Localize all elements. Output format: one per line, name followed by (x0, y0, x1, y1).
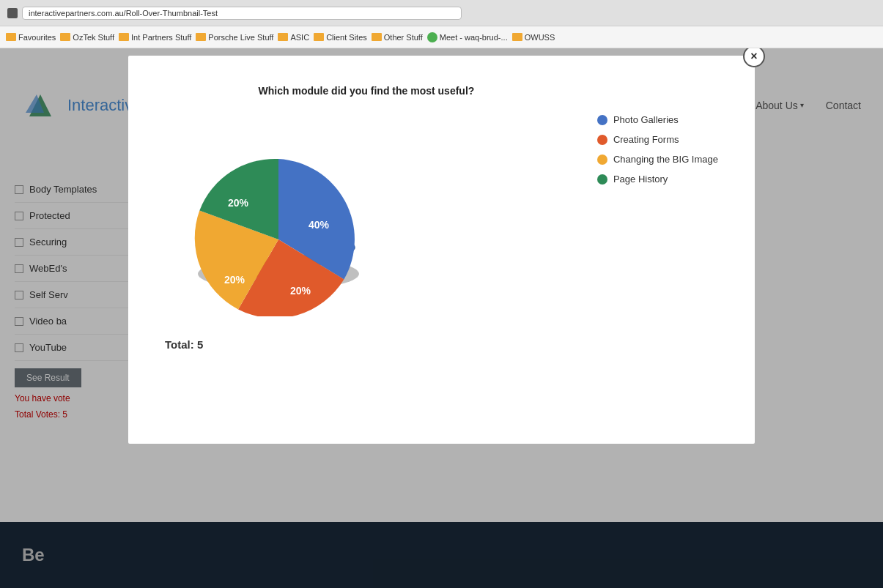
bookmark-label: Porsche Live Stuff (208, 33, 273, 42)
legend-dot-orange (597, 155, 607, 165)
legend-item-creating-forms: Creating Forms (597, 134, 718, 145)
legend-dot-red (597, 135, 607, 145)
meet-icon (427, 32, 437, 42)
bookmark-label: Favourites (18, 33, 56, 42)
chart-label-blue: 40% (309, 219, 330, 231)
legend-label-page-history: Page History (613, 174, 668, 185)
bookmark-oztek[interactable]: OzTek Stuff (60, 33, 114, 42)
chart-section: Which module did you find the most usefu… (165, 85, 568, 316)
bookmark-meet[interactable]: Meet - waq-brud-... (427, 32, 508, 42)
folder-icon (119, 33, 129, 41)
folder-icon (278, 33, 288, 41)
url-bar[interactable]: interactivepartners.com.au/Roll-Over-Thu… (22, 7, 462, 20)
legend-dot-blue (597, 115, 607, 125)
legend-label-creating-forms: Creating Forms (613, 134, 679, 145)
bookmark-label: ASIC (290, 33, 309, 42)
bookmark-otherstuff[interactable]: Other Stuff (372, 33, 423, 42)
bookmark-label: Int Partners Stuff (131, 33, 191, 42)
legend-label-changing-big-image: Changing the BIG Image (613, 154, 718, 165)
folder-icon (6, 33, 16, 41)
bookmark-label: Meet - waq-brud-... (440, 33, 508, 42)
legend-dot-green (597, 174, 607, 185)
chart-legend: Photo Galleries Creating Forms Changing … (597, 85, 718, 185)
bookmarks-bar: Favourites OzTek Stuff Int Partners Stuf… (0, 26, 883, 48)
total-label: Total: 5 (165, 338, 203, 351)
folder-icon (196, 33, 206, 41)
website-background: Interactive Partners Our Services ▾ Our … (0, 48, 883, 588)
modal-content: Which module did you find the most usefu… (165, 85, 718, 316)
pie-chart-svg: 40% 20% 20% 20% (165, 111, 385, 316)
bookmark-porsche[interactable]: Porsche Live Stuff (196, 33, 273, 42)
bookmark-favourites[interactable]: Favourites (6, 33, 56, 42)
chart-title: Which module did you find the most usefu… (165, 85, 568, 97)
bookmark-label: Other Stuff (384, 33, 423, 42)
bookmark-asic[interactable]: ASIC (278, 33, 309, 42)
chart-label-orange: 20% (224, 274, 245, 286)
favicon-icon (7, 8, 18, 18)
browser-bar: interactivepartners.com.au/Roll-Over-Thu… (0, 0, 883, 26)
modal-overlay: × Which module did you find the most use… (0, 48, 883, 588)
modal-close-button[interactable]: × (743, 48, 765, 67)
bookmark-label: Client Sites (326, 33, 367, 42)
bookmark-label: OzTek Stuff (73, 33, 114, 42)
modal-dialog: × Which module did you find the most use… (128, 56, 755, 444)
bookmark-owuss[interactable]: OWUSS (512, 33, 555, 42)
legend-item-photo-galleries: Photo Galleries (597, 114, 718, 125)
chart-label-green: 20% (228, 197, 249, 209)
legend-label-photo-galleries: Photo Galleries (613, 114, 679, 125)
legend-item-changing-big-image: Changing the BIG Image (597, 154, 718, 165)
bookmark-label: OWUSS (525, 33, 555, 42)
chart-label-red: 20% (290, 285, 311, 297)
folder-icon (314, 33, 324, 41)
folder-icon (60, 33, 70, 41)
legend-item-page-history: Page History (597, 174, 718, 185)
bookmark-clientsites[interactable]: Client Sites (314, 33, 367, 42)
folder-icon (372, 33, 382, 41)
bookmark-intpartners[interactable]: Int Partners Stuff (119, 33, 191, 42)
folder-icon (512, 33, 522, 41)
modal-total: Total: 5 (165, 338, 718, 351)
pie-chart: 40% 20% 20% 20% (165, 111, 385, 316)
